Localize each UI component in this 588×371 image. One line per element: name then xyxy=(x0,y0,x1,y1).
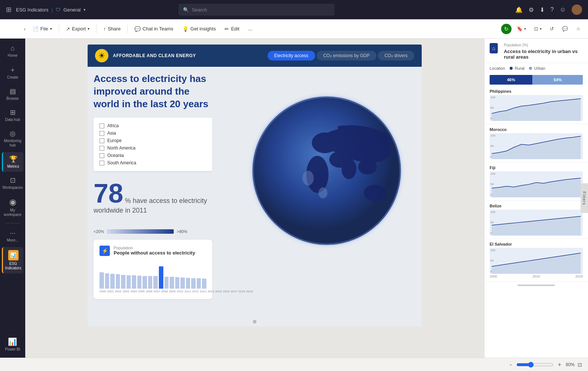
filters-toggle[interactable]: Filters xyxy=(581,183,588,213)
sidebar-item-home[interactable]: ⌂ Home xyxy=(2,42,23,61)
file-dropdown-icon: ▾ xyxy=(50,27,52,31)
ribbon: › 📄 File ▾ ↗ Export ▾ ↑ Share 💬 Chat in … xyxy=(0,19,588,39)
y-max-morocco: 100 xyxy=(490,134,495,137)
export-button[interactable]: ↗ Export ▾ xyxy=(62,24,94,34)
view-button[interactable]: ⊡ ▾ xyxy=(531,24,545,33)
checkbox-europe[interactable] xyxy=(99,138,104,143)
download-icon[interactable]: ⬇ xyxy=(540,6,545,13)
checkbox-north-america[interactable] xyxy=(99,146,104,151)
zoom-plus-button[interactable]: + xyxy=(556,361,563,368)
chat-teams-button[interactable]: 💬 Chat in Teams xyxy=(131,24,177,34)
settings-icon[interactable]: ⚙ xyxy=(529,6,534,13)
region-europe[interactable]: Europe xyxy=(99,137,206,144)
country-chart-fiji: Fiji 100 50 0 xyxy=(484,162,588,201)
avatar[interactable] xyxy=(572,4,582,15)
sdg-icon: ☀ xyxy=(95,49,108,62)
help-icon[interactable]: ? xyxy=(551,6,554,13)
region-south-america[interactable]: South America xyxy=(99,159,206,167)
svg-point-12 xyxy=(303,171,314,186)
edit-button[interactable]: ✏ Edit xyxy=(221,24,243,34)
y-mid-fiji: 50 xyxy=(490,183,494,186)
population-label: Population (%) xyxy=(504,43,583,47)
year-label-2007: 2007 xyxy=(154,290,160,293)
bar-2018 xyxy=(197,278,201,289)
search-bar[interactable]: 🔍 xyxy=(179,4,334,16)
sidebar-item-myworkspace[interactable]: ◉ My workspace xyxy=(2,194,23,220)
mini-chart-philippines: 100 50 0 xyxy=(490,95,583,121)
bar-2016 xyxy=(186,278,190,289)
bell-icon[interactable]: 🔔 xyxy=(515,6,523,13)
sidebar-item-create[interactable]: ＋ Create xyxy=(2,62,23,83)
panel-title: Access to electricity in urban vs rural … xyxy=(504,47,583,60)
report-canvas[interactable]: ☀ AFFORDABLE AND CLEAN ENERGY Electricit… xyxy=(25,39,484,358)
year-label-2014: 2014 xyxy=(208,290,214,293)
zoom-slider[interactable] xyxy=(516,362,553,368)
tab-bar: Electricity access CO₂ emissions by GDP … xyxy=(266,51,414,60)
report-body: Access to electricity has improved aroun… xyxy=(88,67,422,305)
y-mid-morocco: 50 xyxy=(490,144,494,148)
grid-icon[interactable]: ⊞ xyxy=(6,6,12,14)
search-input[interactable] xyxy=(192,7,330,13)
sidebar-item-datahub[interactable]: ⊞ Data hub xyxy=(2,105,23,125)
scrollbar-thumb[interactable] xyxy=(517,285,555,286)
region-africa[interactable]: Africa xyxy=(99,122,206,129)
zoom-minus-button[interactable]: - xyxy=(508,361,513,368)
chart-lightning-icon: ⚡ xyxy=(99,246,110,256)
ribbon-collapse-icon[interactable]: › xyxy=(22,24,27,33)
region-label-oceania: Oceania xyxy=(107,153,124,158)
bar-2005 xyxy=(127,275,131,289)
bar-2017 xyxy=(191,278,196,289)
urban-bar: 54% xyxy=(532,75,583,85)
checkbox-south-america[interactable] xyxy=(99,161,104,165)
year-label-2010: 2010 xyxy=(177,290,183,293)
report-header: ☀ AFFORDABLE AND CLEAN ENERGY Electricit… xyxy=(88,45,422,67)
tab-co2-gdp[interactable]: CO₂ emissions by GDP xyxy=(317,51,376,60)
legend-gradient xyxy=(107,229,174,234)
bookmark-button[interactable]: 🔖 ▾ xyxy=(514,24,529,33)
tab-co2-drivers[interactable]: CO₂ drivers xyxy=(378,51,414,60)
refresh-button[interactable]: ↺ xyxy=(547,24,557,33)
house-icon: ⌂ xyxy=(490,43,498,53)
share-icon: ↑ xyxy=(103,26,106,32)
scrollbar-container xyxy=(490,285,583,288)
tab-electricity[interactable]: Electricity access xyxy=(268,51,315,60)
main-headline: Access to electricity has improved aroun… xyxy=(94,73,212,110)
more-button[interactable]: ... xyxy=(245,24,256,33)
urban-dot xyxy=(529,67,532,70)
svg-marker-19 xyxy=(492,178,581,197)
region-oceania[interactable]: Oceania xyxy=(99,152,206,159)
zoom-percentage: 80% xyxy=(566,362,575,367)
chart-title: Population xyxy=(114,246,195,250)
favorite-button[interactable]: ☆ xyxy=(573,24,584,33)
fullscreen-button[interactable]: ⊡ xyxy=(578,362,582,368)
y-mid-el-salvador: 50 xyxy=(490,259,494,262)
checkbox-africa[interactable] xyxy=(99,124,104,128)
browse-icon: ▤ xyxy=(10,87,16,95)
export-icon: ↗ xyxy=(66,26,70,32)
comment-button[interactable]: 💬 xyxy=(559,24,571,33)
sync-icon[interactable]: ↻ xyxy=(501,24,512,34)
sidebar-item-esg[interactable]: 📊 ESG Indicators xyxy=(2,247,23,273)
year-label-2001: 2001 xyxy=(107,290,114,293)
region-asia[interactable]: Asia xyxy=(99,129,206,137)
bar-2000 xyxy=(99,272,104,289)
shield-icon: 🛡 xyxy=(56,7,61,13)
bar-2001 xyxy=(105,273,110,289)
sidebar-item-browse[interactable]: ▤ Browse xyxy=(2,84,23,104)
share-button[interactable]: ↑ Share xyxy=(99,24,124,34)
emoji-icon[interactable]: ☺ xyxy=(560,6,566,13)
mini-chart-fiji: 100 50 0 xyxy=(490,171,583,197)
checkbox-oceania[interactable] xyxy=(99,153,104,158)
sidebar-item-metrics[interactable]: 🏆 Metrics xyxy=(2,152,23,172)
bar-2014 xyxy=(175,277,180,289)
checkbox-asia[interactable] xyxy=(99,131,104,136)
workspaces-icon: ⊡ xyxy=(10,176,16,184)
page-indicator xyxy=(253,320,257,324)
sidebar-item-workspaces[interactable]: ⊡ Workspaces xyxy=(2,173,23,193)
sidebar-item-monitoring[interactable]: ◎ Monitoring hub xyxy=(2,127,23,151)
insights-button[interactable]: 💡 Get insights xyxy=(179,24,220,34)
file-button[interactable]: 📄 File ▾ xyxy=(29,24,56,34)
bar-2008 xyxy=(143,276,147,289)
sidebar-item-more[interactable]: ··· More... xyxy=(2,226,23,246)
region-north-america[interactable]: North America xyxy=(99,144,206,152)
